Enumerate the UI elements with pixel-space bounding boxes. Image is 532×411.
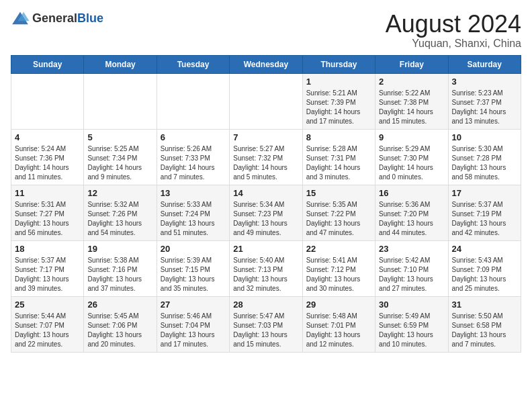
day-info: Sunrise: 5:42 AM Sunset: 7:10 PM Dayligh… bbox=[379, 256, 444, 293]
day-cell: 27Sunrise: 5:46 AM Sunset: 7:04 PM Dayli… bbox=[157, 296, 229, 352]
calendar-body: 1Sunrise: 5:21 AM Sunset: 7:39 PM Daylig… bbox=[11, 73, 521, 352]
header: GeneralBlue August 2024 Yuquan, Shanxi, … bbox=[11, 11, 521, 50]
day-number: 30 bbox=[379, 300, 444, 310]
day-number: 27 bbox=[161, 300, 226, 310]
day-cell bbox=[230, 73, 302, 129]
week-row-1: 1Sunrise: 5:21 AM Sunset: 7:39 PM Daylig… bbox=[11, 73, 521, 129]
day-cell: 14Sunrise: 5:34 AM Sunset: 7:23 PM Dayli… bbox=[230, 185, 302, 240]
day-number: 20 bbox=[161, 244, 226, 254]
day-info: Sunrise: 5:31 AM Sunset: 7:27 PM Dayligh… bbox=[15, 200, 80, 238]
week-row-2: 4Sunrise: 5:24 AM Sunset: 7:36 PM Daylig… bbox=[11, 129, 521, 185]
day-number: 29 bbox=[306, 300, 371, 310]
day-info: Sunrise: 5:45 AM Sunset: 7:06 PM Dayligh… bbox=[87, 312, 152, 349]
day-number: 7 bbox=[233, 132, 298, 142]
day-info: Sunrise: 5:46 AM Sunset: 7:04 PM Dayligh… bbox=[161, 312, 226, 349]
day-cell: 13Sunrise: 5:33 AM Sunset: 7:24 PM Dayli… bbox=[157, 185, 229, 240]
day-info: Sunrise: 5:40 AM Sunset: 7:13 PM Dayligh… bbox=[233, 256, 298, 293]
day-info: Sunrise: 5:43 AM Sunset: 7:09 PM Dayligh… bbox=[452, 256, 517, 293]
day-info: Sunrise: 5:22 AM Sunset: 7:38 PM Dayligh… bbox=[379, 89, 444, 126]
day-info: Sunrise: 5:24 AM Sunset: 7:36 PM Dayligh… bbox=[15, 144, 80, 182]
day-info: Sunrise: 5:44 AM Sunset: 7:07 PM Dayligh… bbox=[15, 312, 80, 349]
day-info: Sunrise: 5:36 AM Sunset: 7:20 PM Dayligh… bbox=[379, 200, 444, 238]
day-header-tuesday: Tuesday bbox=[157, 55, 229, 73]
day-cell: 4Sunrise: 5:24 AM Sunset: 7:36 PM Daylig… bbox=[11, 129, 84, 185]
day-number: 18 bbox=[15, 244, 80, 254]
days-of-week-row: SundayMondayTuesdayWednesdayThursdayFrid… bbox=[11, 55, 521, 73]
day-cell: 7Sunrise: 5:27 AM Sunset: 7:32 PM Daylig… bbox=[230, 129, 302, 185]
day-number: 2 bbox=[379, 77, 444, 87]
day-number: 17 bbox=[452, 188, 517, 198]
day-number: 19 bbox=[87, 244, 152, 254]
logo-icon bbox=[11, 11, 30, 26]
day-info: Sunrise: 5:25 AM Sunset: 7:34 PM Dayligh… bbox=[87, 144, 152, 182]
day-number: 8 bbox=[306, 132, 371, 142]
day-cell: 19Sunrise: 5:38 AM Sunset: 7:16 PM Dayli… bbox=[84, 240, 157, 296]
day-info: Sunrise: 5:50 AM Sunset: 6:58 PM Dayligh… bbox=[452, 312, 517, 349]
day-info: Sunrise: 5:38 AM Sunset: 7:16 PM Dayligh… bbox=[87, 256, 152, 293]
day-cell: 18Sunrise: 5:37 AM Sunset: 7:17 PM Dayli… bbox=[11, 240, 84, 296]
day-info: Sunrise: 5:30 AM Sunset: 7:28 PM Dayligh… bbox=[452, 144, 517, 182]
day-number: 9 bbox=[379, 132, 444, 142]
day-number: 16 bbox=[379, 188, 444, 198]
logo-text: GeneralBlue bbox=[32, 11, 103, 26]
day-cell: 17Sunrise: 5:37 AM Sunset: 7:19 PM Dayli… bbox=[448, 185, 521, 240]
day-info: Sunrise: 5:32 AM Sunset: 7:26 PM Dayligh… bbox=[87, 200, 152, 238]
day-cell: 28Sunrise: 5:47 AM Sunset: 7:03 PM Dayli… bbox=[230, 296, 302, 352]
day-number: 25 bbox=[15, 300, 80, 310]
day-info: Sunrise: 5:26 AM Sunset: 7:33 PM Dayligh… bbox=[161, 144, 226, 182]
day-cell: 1Sunrise: 5:21 AM Sunset: 7:39 PM Daylig… bbox=[302, 73, 375, 129]
day-cell: 25Sunrise: 5:44 AM Sunset: 7:07 PM Dayli… bbox=[11, 296, 84, 352]
logo-blue: Blue bbox=[77, 11, 103, 25]
day-cell: 8Sunrise: 5:28 AM Sunset: 7:31 PM Daylig… bbox=[302, 129, 375, 185]
day-cell: 24Sunrise: 5:43 AM Sunset: 7:09 PM Dayli… bbox=[448, 240, 521, 296]
day-number: 13 bbox=[161, 188, 226, 198]
day-info: Sunrise: 5:47 AM Sunset: 7:03 PM Dayligh… bbox=[233, 312, 298, 349]
day-number: 21 bbox=[233, 244, 298, 254]
logo: GeneralBlue bbox=[11, 11, 103, 26]
day-cell: 21Sunrise: 5:40 AM Sunset: 7:13 PM Dayli… bbox=[230, 240, 302, 296]
day-number: 11 bbox=[15, 188, 80, 198]
day-cell bbox=[157, 73, 229, 129]
day-cell: 2Sunrise: 5:22 AM Sunset: 7:38 PM Daylig… bbox=[375, 73, 448, 129]
day-info: Sunrise: 5:37 AM Sunset: 7:17 PM Dayligh… bbox=[15, 256, 80, 293]
day-cell: 3Sunrise: 5:23 AM Sunset: 7:37 PM Daylig… bbox=[448, 73, 521, 129]
day-number: 14 bbox=[233, 188, 298, 198]
day-header-wednesday: Wednesday bbox=[230, 55, 302, 73]
day-cell: 31Sunrise: 5:50 AM Sunset: 6:58 PM Dayli… bbox=[448, 296, 521, 352]
day-number: 24 bbox=[452, 244, 517, 254]
day-cell: 15Sunrise: 5:35 AM Sunset: 7:22 PM Dayli… bbox=[302, 185, 375, 240]
day-info: Sunrise: 5:49 AM Sunset: 6:59 PM Dayligh… bbox=[379, 312, 444, 349]
day-cell: 16Sunrise: 5:36 AM Sunset: 7:20 PM Dayli… bbox=[375, 185, 448, 240]
day-number: 1 bbox=[306, 77, 371, 87]
day-cell: 23Sunrise: 5:42 AM Sunset: 7:10 PM Dayli… bbox=[375, 240, 448, 296]
day-info: Sunrise: 5:23 AM Sunset: 7:37 PM Dayligh… bbox=[452, 89, 517, 126]
day-number: 23 bbox=[379, 244, 444, 254]
day-number: 28 bbox=[233, 300, 298, 310]
calendar-header: SundayMondayTuesdayWednesdayThursdayFrid… bbox=[11, 55, 521, 73]
day-header-monday: Monday bbox=[84, 55, 157, 73]
day-number: 15 bbox=[306, 188, 371, 198]
week-row-5: 25Sunrise: 5:44 AM Sunset: 7:07 PM Dayli… bbox=[11, 296, 521, 352]
day-number: 4 bbox=[15, 132, 80, 142]
day-cell: 5Sunrise: 5:25 AM Sunset: 7:34 PM Daylig… bbox=[84, 129, 157, 185]
day-cell bbox=[11, 73, 84, 129]
subtitle: Yuquan, Shanxi, China bbox=[386, 38, 521, 50]
day-cell: 6Sunrise: 5:26 AM Sunset: 7:33 PM Daylig… bbox=[157, 129, 229, 185]
day-cell: 30Sunrise: 5:49 AM Sunset: 6:59 PM Dayli… bbox=[375, 296, 448, 352]
day-header-thursday: Thursday bbox=[302, 55, 375, 73]
day-number: 6 bbox=[161, 132, 226, 142]
day-cell bbox=[84, 73, 157, 129]
day-info: Sunrise: 5:29 AM Sunset: 7:30 PM Dayligh… bbox=[379, 144, 444, 182]
day-cell: 11Sunrise: 5:31 AM Sunset: 7:27 PM Dayli… bbox=[11, 185, 84, 240]
day-info: Sunrise: 5:27 AM Sunset: 7:32 PM Dayligh… bbox=[233, 144, 298, 182]
week-row-3: 11Sunrise: 5:31 AM Sunset: 7:27 PM Dayli… bbox=[11, 185, 521, 240]
day-header-saturday: Saturday bbox=[448, 55, 521, 73]
title-area: August 2024 Yuquan, Shanxi, China bbox=[386, 11, 521, 50]
day-info: Sunrise: 5:39 AM Sunset: 7:15 PM Dayligh… bbox=[161, 256, 226, 293]
day-number: 12 bbox=[87, 188, 152, 198]
day-cell: 26Sunrise: 5:45 AM Sunset: 7:06 PM Dayli… bbox=[84, 296, 157, 352]
day-info: Sunrise: 5:34 AM Sunset: 7:23 PM Dayligh… bbox=[233, 200, 298, 238]
day-number: 3 bbox=[452, 77, 517, 87]
day-cell: 29Sunrise: 5:48 AM Sunset: 7:01 PM Dayli… bbox=[302, 296, 375, 352]
day-cell: 22Sunrise: 5:41 AM Sunset: 7:12 PM Dayli… bbox=[302, 240, 375, 296]
